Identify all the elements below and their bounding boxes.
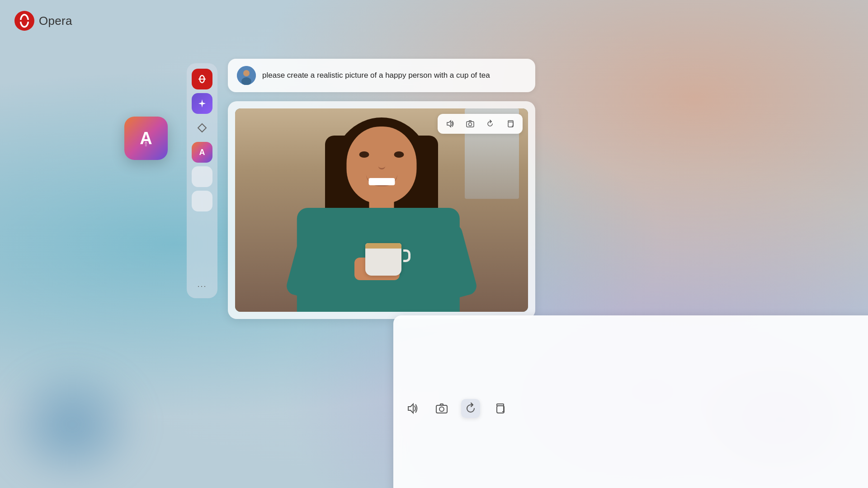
camera-icon-top xyxy=(466,120,474,128)
user-message-text: please create a realistic picture of a h… xyxy=(262,70,490,81)
opera-sidebar-icon xyxy=(197,74,208,84)
svg-marker-15 xyxy=(408,404,413,413)
svg-point-13 xyxy=(469,123,472,126)
user-message-bubble: please create a realistic picture of a h… xyxy=(228,59,535,92)
cup xyxy=(365,243,401,276)
user-avatar xyxy=(237,66,256,85)
speaker-btn-top[interactable] xyxy=(444,117,457,130)
svg-text:A: A xyxy=(199,148,205,157)
face xyxy=(347,127,417,203)
sidebar-btn-diamond[interactable] xyxy=(192,117,212,138)
action-bar-top xyxy=(438,114,523,134)
opera-logo: Opera xyxy=(14,11,72,31)
cup-handle xyxy=(403,249,410,262)
sidebar-btn-artstudio[interactable]: A xyxy=(192,142,212,163)
opera-name: Opera xyxy=(39,14,72,28)
bg-blur-left xyxy=(0,361,145,488)
copy-btn-bottom[interactable] xyxy=(490,399,509,418)
sparkle-icon xyxy=(197,99,207,108)
artstudio-sidebar-icon: A xyxy=(196,146,208,159)
avatar-image xyxy=(237,66,256,85)
screenshot-btn-top[interactable] xyxy=(464,117,476,130)
copy-btn-top[interactable] xyxy=(504,117,516,130)
svg-rect-2 xyxy=(18,20,31,22)
teeth xyxy=(368,178,395,185)
tea-surface xyxy=(365,243,401,249)
artstudio-app-icon[interactable]: A ⇑ xyxy=(124,117,168,160)
ai-image-container xyxy=(228,101,535,319)
copy-icon-bottom xyxy=(494,403,505,414)
screenshot-btn-bottom[interactable] xyxy=(432,399,451,418)
opera-icon xyxy=(14,11,34,31)
eye-left xyxy=(359,151,369,158)
artstudio-icon-svg: A ⇑ xyxy=(133,126,159,151)
regenerate-btn-top[interactable] xyxy=(484,117,496,130)
svg-point-9 xyxy=(243,70,250,76)
sidebar: A ... xyxy=(187,63,217,298)
eye-right xyxy=(394,151,404,158)
refresh-icon-bottom xyxy=(465,403,476,414)
sidebar-btn-ai[interactable] xyxy=(192,93,212,114)
generated-image xyxy=(235,108,528,312)
speaker-icon-top xyxy=(446,120,454,128)
copy-icon-top xyxy=(506,120,514,128)
action-bar-bottom xyxy=(393,315,868,488)
svg-marker-11 xyxy=(447,121,451,127)
nose xyxy=(378,165,385,169)
svg-point-17 xyxy=(439,407,444,412)
chat-panel: please create a realistic picture of a h… xyxy=(228,59,535,319)
regenerate-btn-bottom[interactable] xyxy=(461,399,480,418)
diamond-icon xyxy=(197,123,207,133)
sidebar-btn-blank1[interactable] xyxy=(192,166,212,187)
speaker-icon-bottom xyxy=(407,403,419,414)
svg-text:⇑: ⇑ xyxy=(143,141,149,148)
sidebar-btn-blank2[interactable] xyxy=(192,191,212,211)
speaker-btn-bottom[interactable] xyxy=(403,399,422,418)
sidebar-more[interactable]: ... xyxy=(197,280,207,293)
camera-icon-bottom xyxy=(436,403,448,414)
refresh-icon-top xyxy=(486,120,494,128)
sidebar-btn-opera[interactable] xyxy=(192,69,212,89)
